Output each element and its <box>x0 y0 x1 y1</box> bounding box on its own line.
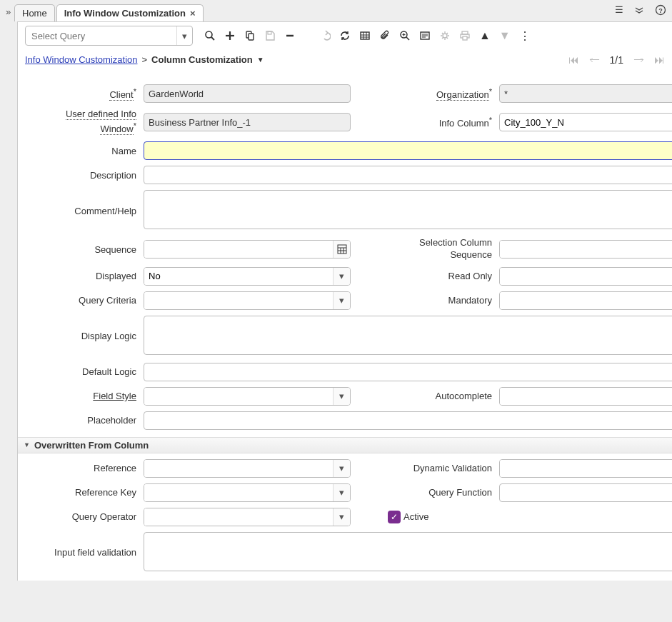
label-display-logic: Display Logic <box>39 331 139 341</box>
query-select[interactable]: ▾ <box>25 26 193 46</box>
query-select-input[interactable] <box>26 31 176 41</box>
reference-key-input[interactable] <box>144 484 333 501</box>
selection-column-sequence-input[interactable] <box>500 241 672 258</box>
more-icon[interactable]: ⋮ <box>519 29 531 43</box>
label-name: Name <box>39 146 139 156</box>
mandatory-combo[interactable]: ▾ <box>499 291 672 310</box>
label-comment-help: Comment/Help <box>39 206 139 216</box>
query-criteria-input[interactable] <box>144 292 333 309</box>
info-column-field[interactable] <box>499 113 672 131</box>
organization-field <box>499 84 672 103</box>
prev-record-icon: 🡐 <box>589 54 600 66</box>
svg-rect-10 <box>361 32 369 39</box>
label-organization: Organization* <box>388 87 495 100</box>
next-record-icon: 🡒 <box>633 54 644 66</box>
section-overwritten-from-column[interactable]: ▼ Overwritten From Column <box>18 437 672 453</box>
label-info-column: Info Column* <box>388 116 495 129</box>
expand-icon[interactable]: » <box>3 2 14 21</box>
query-operator-combo[interactable]: ▾ <box>144 508 351 526</box>
autocomplete-combo[interactable]: ▾ <box>499 387 672 406</box>
breadcrumb: Info Window Customization > Column Custo… <box>25 54 264 65</box>
query-operator-input[interactable] <box>144 508 333 526</box>
field-style-combo[interactable]: ▾ <box>144 387 351 406</box>
tab-home[interactable]: Home <box>14 4 55 21</box>
query-criteria-combo[interactable]: ▾ <box>144 291 351 310</box>
sequence-field[interactable] <box>144 240 351 259</box>
label-dynamic-validation: Dynamic Validation <box>388 463 495 473</box>
page-indicator: 1/1 <box>610 54 623 66</box>
label-default-logic: Default Logic <box>39 366 139 377</box>
menu-icon[interactable]: ☰ <box>615 4 623 18</box>
svg-point-2 <box>206 31 212 38</box>
save-icon <box>264 30 276 41</box>
svg-rect-26 <box>463 36 467 40</box>
label-description: Description <box>39 170 139 181</box>
label-reference: Reference <box>39 463 139 473</box>
chevron-down-icon[interactable]: ▾ <box>176 26 192 45</box>
display-logic-field[interactable] <box>144 316 672 355</box>
search-icon[interactable] <box>204 30 216 41</box>
grid-toggle-icon[interactable] <box>359 30 371 41</box>
chevron-down-icon[interactable]: ▼ <box>257 56 264 64</box>
breadcrumb-parent[interactable]: Info Window Customization <box>25 54 138 65</box>
mandatory-input[interactable] <box>500 292 672 309</box>
dynamic-validation-combo[interactable]: ▾ <box>499 459 672 478</box>
reference-combo[interactable]: ▾ <box>144 459 351 478</box>
reference-input[interactable] <box>144 460 333 477</box>
comment-help-field[interactable] <box>144 190 672 229</box>
svg-line-16 <box>406 37 409 40</box>
label-field-style: Field Style <box>39 391 139 401</box>
reference-key-combo[interactable]: ▾ <box>144 483 351 502</box>
read-only-input[interactable] <box>500 268 672 285</box>
label-input-field-validation: Input field validation <box>39 547 139 558</box>
print-icon <box>459 30 471 41</box>
chevron-down-icon[interactable]: ▾ <box>333 268 350 285</box>
refresh-icon[interactable] <box>339 30 351 41</box>
help-icon[interactable]: ? <box>655 4 666 18</box>
new-icon[interactable] <box>224 30 236 41</box>
label-mandatory: Mandatory <box>388 295 495 306</box>
chevron-down-icon[interactable]: ▾ <box>333 460 350 477</box>
label-query-operator: Query Operator <box>39 511 139 522</box>
delete-icon[interactable] <box>284 30 296 41</box>
svg-rect-7 <box>249 34 254 40</box>
name-field[interactable] <box>144 141 672 160</box>
attachment-icon[interactable] <box>379 30 391 41</box>
breadcrumb-current: Column Customization <box>151 54 253 65</box>
collapse-icon[interactable] <box>633 4 645 18</box>
displayed-combo[interactable]: ▾ <box>144 267 351 286</box>
sequence-input[interactable] <box>144 241 333 258</box>
report-icon[interactable] <box>419 30 431 41</box>
selection-column-sequence-field[interactable] <box>499 240 672 259</box>
placeholder-field[interactable] <box>144 411 672 430</box>
autocomplete-input[interactable] <box>500 388 672 405</box>
query-function-field[interactable] <box>499 483 672 502</box>
copy-icon[interactable] <box>244 30 256 41</box>
svg-line-3 <box>211 37 214 40</box>
close-icon[interactable]: × <box>190 8 196 19</box>
input-field-validation-field[interactable] <box>144 532 672 571</box>
read-only-combo[interactable]: ▾ <box>499 267 672 286</box>
field-style-input[interactable] <box>144 388 333 405</box>
label-query-function: Query Function <box>388 487 495 498</box>
caret-down-icon: ▼ <box>24 441 30 448</box>
tab-info-window-customization[interactable]: Info Window Customization × <box>56 4 204 21</box>
label-sequence: Sequence <box>39 244 139 255</box>
chevron-down-icon[interactable]: ▾ <box>333 388 350 405</box>
calculator-icon[interactable] <box>333 241 350 258</box>
dynamic-validation-input[interactable] <box>500 460 672 477</box>
description-field[interactable] <box>144 166 672 184</box>
arrow-up-icon[interactable]: ▲ <box>479 29 491 42</box>
default-logic-field[interactable] <box>144 363 672 381</box>
chevron-down-icon[interactable]: ▾ <box>333 292 350 309</box>
chevron-down-icon[interactable]: ▾ <box>333 484 350 501</box>
displayed-input[interactable] <box>144 268 333 285</box>
tab-home-label: Home <box>22 8 47 19</box>
zoom-icon[interactable] <box>399 30 411 41</box>
undo-icon <box>319 30 331 41</box>
active-checkbox[interactable]: ✓ <box>388 511 401 523</box>
chevron-down-icon[interactable]: ▾ <box>333 508 350 526</box>
tab-active-label: Info Window Customization <box>64 8 186 19</box>
label-displayed: Displayed <box>39 271 139 281</box>
separator <box>307 29 308 43</box>
